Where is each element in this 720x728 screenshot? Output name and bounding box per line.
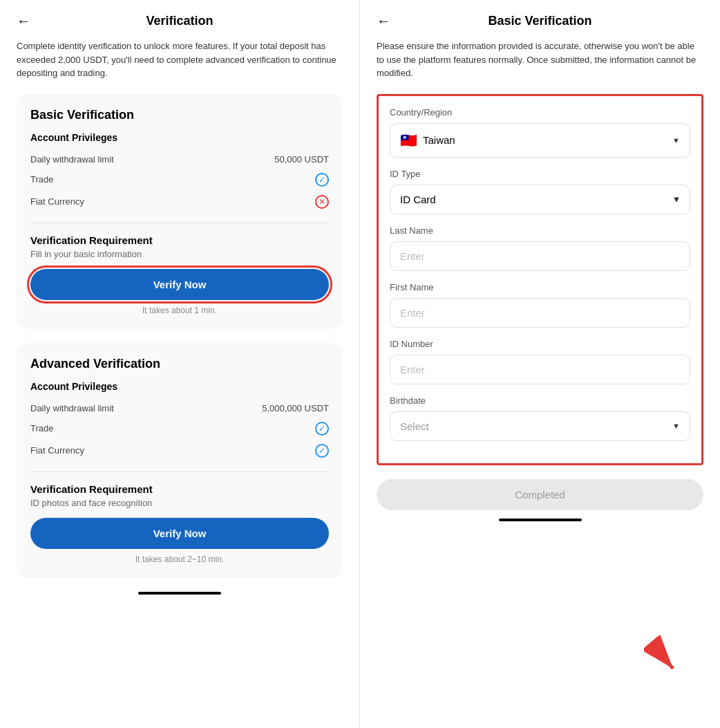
basic-time-note: It takes about 1 min. <box>30 306 329 315</box>
birthdate-dropdown-arrow-icon: ▼ <box>672 422 680 430</box>
x-icon-fiat: ✕ <box>315 195 329 209</box>
advanced-withdrawal-value: 5,000,000 USDT <box>262 403 329 413</box>
basic-fiat-row: Fiat Currency ✕ <box>30 191 329 213</box>
last-name-input[interactable] <box>390 241 690 271</box>
right-panel: ← Basic Verification Please ensure the i… <box>360 0 720 728</box>
id-type-select-wrapper: ID Card ▼ <box>390 185 690 214</box>
check-icon-adv-fiat: ✓ <box>315 444 329 458</box>
taiwan-flag-icon: 🇹🇼 <box>400 132 417 149</box>
right-notice: Please ensure the information provided i… <box>377 39 703 80</box>
country-dropdown-arrow-icon: ▼ <box>672 136 680 144</box>
advanced-req-title: Verification Requirement <box>30 483 329 495</box>
check-icon-trade: ✓ <box>315 173 329 187</box>
birthdate-value: Select <box>400 420 667 432</box>
advanced-verify-now-button[interactable]: Verify Now <box>30 518 329 549</box>
country-name-text: Taiwan <box>423 134 667 146</box>
basic-divider <box>30 223 329 223</box>
left-title: Verification <box>146 14 213 28</box>
first-name-input[interactable] <box>390 298 690 328</box>
basic-withdrawal-row: Daily withdrawal limit 50,000 USDT <box>30 150 329 169</box>
birthdate-group: Birthdate Select ▼ <box>390 395 690 441</box>
basic-withdrawal-label: Daily withdrawal limit <box>30 154 114 165</box>
arrow-indicator <box>644 635 685 680</box>
advanced-title: Advanced Verification <box>30 357 329 371</box>
advanced-trade-row: Trade ✓ <box>30 418 329 440</box>
left-header: ← Verification <box>17 14 343 28</box>
basic-withdrawal-value: 50,000 USDT <box>274 154 329 165</box>
id-number-label: ID Number <box>390 339 690 349</box>
country-group: Country/Region 🇹🇼 Taiwan ▼ <box>390 107 690 158</box>
basic-req-title: Verification Requirement <box>30 234 329 246</box>
right-header: ← Basic Verification <box>377 14 703 28</box>
right-bottom-bar <box>499 519 582 521</box>
completed-button[interactable]: Completed <box>377 479 703 510</box>
birthdate-select[interactable]: Select ▼ <box>390 411 690 441</box>
form-section: Country/Region 🇹🇼 Taiwan ▼ ID Type ID Ca… <box>377 94 703 465</box>
left-bottom-bar <box>138 592 221 595</box>
basic-privileges-label: Account Privileges <box>30 132 329 143</box>
svg-line-1 <box>651 642 673 669</box>
first-name-group: First Name <box>390 282 690 328</box>
id-type-value: ID Card <box>400 194 667 205</box>
advanced-withdrawal-row: Daily withdrawal limit 5,000,000 USDT <box>30 399 329 418</box>
advanced-privileges-label: Account Privileges <box>30 381 329 392</box>
country-select[interactable]: 🇹🇼 Taiwan ▼ <box>390 123 690 158</box>
basic-verification-card: Basic Verification Account Privileges Da… <box>17 94 343 329</box>
advanced-trade-label: Trade <box>30 423 53 433</box>
basic-trade-label: Trade <box>30 174 53 185</box>
advanced-time-note: It takes about 2~10 min. <box>30 554 329 564</box>
id-type-select[interactable]: ID Card ▼ <box>390 185 690 214</box>
id-number-input[interactable] <box>390 355 690 384</box>
last-name-label: Last Name <box>390 225 690 236</box>
id-type-group: ID Type ID Card ▼ <box>390 169 690 214</box>
left-back-arrow[interactable]: ← <box>17 13 30 29</box>
basic-fiat-label: Fiat Currency <box>30 196 84 207</box>
last-name-group: Last Name <box>390 225 690 271</box>
id-type-label: ID Type <box>390 169 690 179</box>
basic-title: Basic Verification <box>30 108 329 122</box>
advanced-withdrawal-label: Daily withdrawal limit <box>30 403 114 413</box>
first-name-label: First Name <box>390 282 690 292</box>
left-panel: ← Verification Complete identity verific… <box>0 0 360 728</box>
left-subtitle: Complete identity verification to unlock… <box>17 39 343 80</box>
check-icon-adv-trade: ✓ <box>315 422 329 436</box>
advanced-fiat-row: Fiat Currency ✓ <box>30 440 329 462</box>
birthdate-label: Birthdate <box>390 395 690 406</box>
advanced-divider <box>30 472 329 472</box>
id-number-group: ID Number <box>390 339 690 384</box>
advanced-verification-card: Advanced Verification Account Privileges… <box>17 343 343 578</box>
basic-req-sub: Fill in your basic information <box>30 249 329 259</box>
basic-trade-row: Trade ✓ <box>30 169 329 191</box>
right-back-arrow[interactable]: ← <box>377 13 390 29</box>
country-label: Country/Region <box>390 107 690 118</box>
basic-verify-now-button[interactable]: Verify Now <box>30 269 329 300</box>
advanced-fiat-label: Fiat Currency <box>30 445 84 456</box>
advanced-req-sub: ID photos and face recognition <box>30 498 329 508</box>
id-type-dropdown-arrow-icon: ▼ <box>672 195 680 203</box>
right-title: Basic Verification <box>488 14 591 28</box>
